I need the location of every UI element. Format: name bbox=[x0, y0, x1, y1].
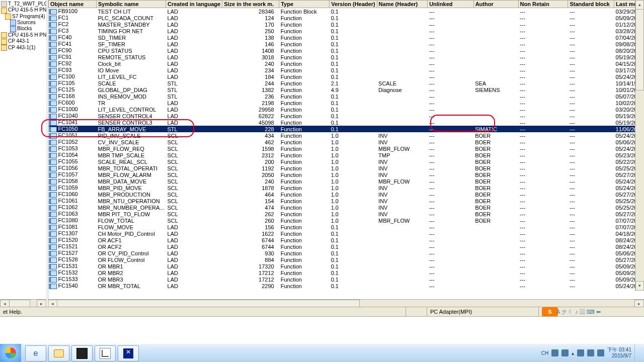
table-row[interactable]: FC3TIMING FOR NETLAD250Function0.1------… bbox=[49, 28, 644, 34]
windows-orb-icon bbox=[5, 347, 16, 358]
table-row[interactable]: FC100LIT_LEVEL_FCLAD184Function0.1------… bbox=[49, 73, 644, 80]
table-row[interactable]: FC1307CH Motor_PID_ControlLAD1622Functio… bbox=[49, 230, 644, 237]
clock[interactable]: 下午 03:41 2015/9/7 bbox=[607, 347, 631, 359]
tree-item[interactable]: CP 443-1 bbox=[0, 38, 46, 44]
table-row[interactable]: FC1061MBR_NTU_OPERATIONSCL154Function1.0… bbox=[49, 198, 644, 204]
cell: 29958 bbox=[222, 106, 279, 113]
tree-item[interactable]: T_T2_WWT_PLC bbox=[0, 1, 46, 7]
table-row[interactable]: FC1057MBR_FLOW_ALARMSCL2050Function1.0IN… bbox=[49, 171, 644, 178]
table-row[interactable]: FC1050FB_ARRAY_MOVESTL228Function0.1---S… bbox=[49, 126, 644, 132]
show-desktop-button[interactable] bbox=[634, 344, 640, 362]
table-row[interactable]: FC1060MBR_PRODUCTIONSCL464Function1.0INV… bbox=[49, 191, 644, 198]
column-header[interactable]: Type bbox=[279, 1, 330, 8]
table-row[interactable]: FC1058MBR_DATA_MOVESCL240Function1.0MBR_… bbox=[49, 178, 644, 185]
system-tray[interactable]: CH ▴ 下午 03:41 2015/9/7 bbox=[537, 344, 644, 362]
table-row[interactable]: FC1051PID_INV_SCALESCL434Function1.0INV-… bbox=[49, 132, 644, 139]
table-row[interactable]: FC1533OR MBR3LAD17212Function0.1--------… bbox=[49, 276, 644, 283]
table-row[interactable]: FC92Clock_bitLAD240Function0.1---------0… bbox=[49, 60, 644, 67]
table-row[interactable]: FC1040SENSER CONTROL4LAD62822Function0.1… bbox=[49, 113, 644, 119]
table-row[interactable]: FC1520OR ACF1LAD6744Function0.1---------… bbox=[49, 237, 644, 243]
tree-item[interactable]: CPU 416-5 H PN/DP bbox=[0, 7, 46, 13]
table-row[interactable]: FC1540OR MBR_TOTALLAD2290Function0.1----… bbox=[49, 283, 644, 289]
table-row[interactable]: FC1000LIT_LEVEL_CONTROLLAD29958Function0… bbox=[49, 106, 644, 113]
table-row[interactable]: FC93IO MoveLAD234Function0.1---------03/… bbox=[49, 67, 644, 73]
task-simatic-manager[interactable] bbox=[71, 345, 93, 361]
column-header[interactable]: Created in language bbox=[166, 1, 222, 8]
cell bbox=[377, 34, 428, 41]
block-list[interactable]: Object nameSymbolic nameCreated in langu… bbox=[48, 0, 644, 299]
tree-item[interactable]: CPU 416-5 H PN/DP(1) bbox=[0, 32, 46, 38]
table-row[interactable]: FC168INS_REMOV_MODSTL236Function0.1-----… bbox=[49, 93, 644, 100]
ime-language[interactable]: CH bbox=[541, 350, 548, 356]
cell: Function bbox=[279, 34, 330, 41]
table-row[interactable]: FC90CPU STATUSLAD1408Function0.1--------… bbox=[49, 47, 644, 54]
table-row[interactable]: FC1521OR ACF2LAD6744Function0.1---------… bbox=[49, 243, 644, 250]
table-row[interactable]: FC1528OR FLOW_ControlLAD884Function0.1--… bbox=[49, 256, 644, 263]
scroll-thumb[interactable] bbox=[635, 9, 644, 90]
table-row[interactable]: FC1059MBR_PID_MOVESCL1878Function1.0INV-… bbox=[49, 185, 644, 191]
table-row[interactable]: FC2MASTER_STANDBYLAD170Function0.1------… bbox=[49, 21, 644, 28]
table-row[interactable]: FC1527OR CV_PID_ControlLAD930Function0.1… bbox=[49, 250, 644, 256]
table-row[interactable]: FC1041SENSER CONTROL3LAD45098Function0.1… bbox=[49, 119, 644, 126]
column-header[interactable]: Standard block bbox=[568, 1, 614, 8]
taskbar[interactable]: e ✕ CH ▴ 下午 03:41 2015/9/7 bbox=[0, 344, 644, 362]
table-row[interactable]: FC1531OR MBR1LAD17320Function0.1--------… bbox=[49, 263, 644, 269]
table-row[interactable]: FC1PLC_SCADA_COUNTLAD124Function0.1-----… bbox=[49, 15, 644, 21]
table-row[interactable]: FC1054MBR TMP_SCALESCL2312Function1.0TMP… bbox=[49, 152, 644, 158]
tree-item[interactable]: S7 Program(4) bbox=[0, 14, 46, 20]
task-ie[interactable]: e bbox=[25, 345, 46, 361]
cell: FB9100 bbox=[49, 8, 97, 15]
table-row[interactable]: FC1532OR MBR2LAD17212Function0.1--------… bbox=[49, 269, 644, 276]
table-row[interactable]: FC1063MBR PIT_TO_FLOWSCL262Function1.0IN… bbox=[49, 211, 644, 217]
table-row[interactable]: FC1081FLOW_MOVELAD156Function0.1--------… bbox=[49, 224, 644, 230]
cell: FC2 bbox=[49, 21, 97, 28]
table-row[interactable]: FC1055SCALE_REAL_SCLSCL200Function1.0INV… bbox=[49, 158, 644, 165]
table-row[interactable]: FC1080FLOW_TOTALSCL260Function1.0MBR_FLO… bbox=[49, 217, 644, 224]
column-header[interactable]: Version (Header) bbox=[330, 1, 377, 8]
column-header[interactable]: Unlinked bbox=[428, 1, 474, 8]
table-row[interactable]: FC41SF_TIMERLAD146Function0.1---------09… bbox=[49, 41, 644, 47]
tree-item[interactable]: Blocks bbox=[0, 26, 46, 32]
cell: FC1055 bbox=[49, 158, 97, 165]
list-vscrollbar[interactable]: ▴ ▾ bbox=[635, 0, 644, 291]
cell: 0.1 bbox=[330, 263, 377, 269]
table-row[interactable]: FC1056MBR_TOTAL_OPERATISCL1192Function1.… bbox=[49, 165, 644, 171]
tray-chevron-up-icon[interactable]: ▴ bbox=[572, 350, 574, 356]
start-button[interactable] bbox=[0, 344, 21, 362]
table-row[interactable]: FC1053MBR_FLOW_REQSCL1598Function1.0MBR_… bbox=[49, 145, 644, 152]
project-tree[interactable]: T_T2_WWT_PLCCPU 416-5 H PN/DPS7 Program(… bbox=[0, 0, 47, 300]
cell: LAD bbox=[166, 8, 222, 15]
column-header[interactable]: Non Retain bbox=[518, 1, 568, 8]
table-row[interactable]: FC40SD_TIMERLAD138Function0.1---------07… bbox=[49, 34, 644, 41]
tree-item[interactable]: Sources bbox=[0, 20, 46, 26]
cell: GLOBAL_DP_DIAG bbox=[96, 86, 166, 93]
cell: BOER bbox=[473, 165, 518, 171]
table-row[interactable]: FC600TRLAD2198Function0.1---------10/02/… bbox=[49, 100, 644, 106]
tray-help-icon[interactable] bbox=[551, 349, 558, 356]
table-row[interactable]: FC1052CV_INV_SCALESCL462Function1.0INV--… bbox=[49, 139, 644, 145]
tray-app-icon[interactable] bbox=[597, 349, 604, 356]
cell: 1.0 bbox=[330, 152, 377, 158]
task-hwconfig[interactable]: ✕ bbox=[118, 345, 139, 361]
cell: --- bbox=[568, 185, 614, 191]
tray-volume-icon[interactable] bbox=[587, 349, 594, 356]
table-row[interactable]: FC91REMOTE_STATUSLAD3018Function0.1-----… bbox=[49, 54, 644, 60]
table-row[interactable]: FC1062MBR_NUMBER_OPERA...SCL474Function1… bbox=[49, 204, 644, 211]
tree-item[interactable]: CP 443-1(1) bbox=[0, 45, 46, 51]
task-explorer[interactable] bbox=[48, 345, 69, 361]
scroll-down-button[interactable]: ▾ bbox=[635, 281, 644, 291]
table-row[interactable]: FB9100TEST CH LITLAD28346Function Block0… bbox=[49, 8, 644, 15]
table-row[interactable]: FC105SCALESTL244Function2.1SCALE---SEA--… bbox=[49, 80, 644, 86]
tray-network-icon[interactable] bbox=[577, 349, 584, 356]
task-lad-editor[interactable] bbox=[95, 345, 116, 361]
column-header[interactable]: Symbolic name bbox=[96, 1, 166, 8]
column-header[interactable]: Size in the work m. bbox=[222, 1, 279, 8]
column-header[interactable]: Name (Header) bbox=[377, 1, 428, 8]
scroll-up-button[interactable]: ▴ bbox=[635, 0, 644, 10]
header-row[interactable]: Object nameSymbolic nameCreated in langu… bbox=[49, 1, 644, 8]
table-row[interactable]: FC125GLOBAL_DP_DIAGSTL1382Function4.9Dia… bbox=[49, 86, 644, 93]
column-header[interactable]: Author bbox=[473, 1, 518, 8]
ime-toolbar[interactable]: Aク☾♪▤⌨⬅ bbox=[553, 307, 605, 316]
tray-action-center-icon[interactable] bbox=[561, 349, 569, 356]
column-header[interactable]: Object name bbox=[49, 1, 97, 8]
